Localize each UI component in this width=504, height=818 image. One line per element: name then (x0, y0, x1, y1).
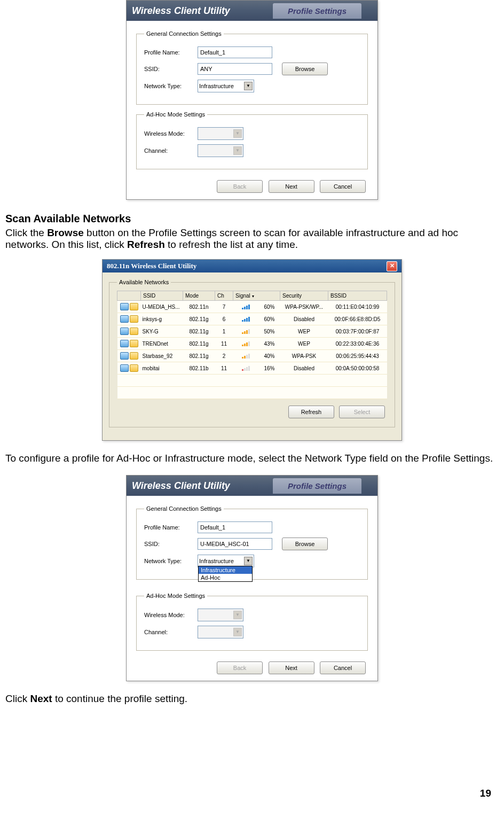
chevron-down-icon: ▼ (233, 146, 242, 155)
general-connection-fieldset: General Connection Settings Profile Name… (136, 30, 368, 105)
col-ch[interactable]: Ch (215, 291, 233, 301)
adhoc-fieldset: Ad-Hoc Mode Settings Wireless Mode: ▼ Ch… (136, 111, 368, 169)
cancel-button[interactable]: Cancel (320, 180, 366, 193)
network-icon (120, 364, 129, 372)
channel-label: Channel: (144, 629, 198, 635)
scan-titlebar: 802.11n Wireless Client Utility ✕ (103, 260, 401, 272)
network-type-label: Network Type: (144, 558, 198, 564)
chevron-down-icon: ▼ (233, 611, 242, 619)
table-row[interactable]: SKY-G 802.11g 1 50% WEP 00:03:7F:00:0F:8… (117, 325, 387, 338)
next-button[interactable]: Next (269, 180, 314, 193)
wireless-mode-select: ▼ (198, 609, 243, 621)
ssid-label: SSID: (144, 66, 198, 72)
table-row[interactable]: U-MEDIA_HS... 802.11n 7 60% WPA-PSK/WP..… (117, 301, 387, 313)
table-row[interactable]: Starbase_92 802.11g 2 40% WPA-PSK 00:06:… (117, 350, 387, 362)
signal-bars-icon (242, 315, 250, 322)
para3-text: Click Next to continue the profile setti… (5, 693, 187, 704)
signal-bars-icon (242, 364, 250, 371)
chevron-down-icon: ▼ (233, 628, 242, 636)
chevron-down-icon: ▼ (244, 557, 253, 565)
lock-icon (130, 303, 138, 310)
network-type-select[interactable]: Infrastructure ▼ (198, 80, 254, 92)
table-row[interactable]: inksys-g 802.11g 6 60% Disabled 00:0F:66… (117, 313, 387, 325)
profile-settings-window-2: Wireless Client Utility Profile Settings… (126, 475, 378, 681)
network-type-label: Network Type: (144, 83, 198, 89)
lock-icon (130, 315, 138, 323)
wireless-mode-label: Wireless Mode: (144, 612, 198, 618)
signal-bars-icon (242, 303, 250, 309)
ssid-label: SSID: (144, 541, 198, 547)
network-type-select-open[interactable]: Infrastructure ▼ Infrastructure Ad-Hoc (198, 555, 254, 567)
section-heading: Scan Available Networks (5, 213, 499, 225)
ssid-input[interactable] (198, 63, 272, 75)
general-connection-fieldset: General Connection Settings Profile Name… (136, 505, 368, 580)
network-icon (120, 340, 129, 347)
network-icon (120, 328, 129, 335)
network-icon (120, 315, 129, 323)
network-icon (120, 303, 129, 310)
select-button: Select (339, 406, 385, 418)
available-networks-fieldset: Available Networks SSID Mode Ch Signal ▾… (109, 279, 395, 427)
browse-button[interactable]: Browse (282, 63, 328, 75)
page-number: 19 (480, 788, 491, 799)
available-networks-window: 802.11n Wireless Client Utility ✕ Availa… (102, 259, 402, 441)
app-header: Wireless Client Utility Profile Settings (127, 1, 377, 21)
profile-name-input[interactable] (198, 521, 272, 533)
col-ssid[interactable]: SSID (141, 291, 183, 301)
network-type-value: Infrastructure (199, 83, 234, 89)
scan-title: 802.11n Wireless Client Utility (107, 262, 196, 270)
adhoc-legend: Ad-Hoc Mode Settings (144, 593, 207, 599)
back-button: Back (217, 661, 263, 674)
tab-profile-settings: Profile Settings (273, 3, 361, 19)
channel-select: ▼ (198, 626, 243, 638)
ssid-input[interactable] (198, 538, 272, 550)
signal-bars-icon (242, 328, 250, 334)
app-title: Wireless Client Utility (127, 5, 230, 17)
adhoc-fieldset: Ad-Hoc Mode Settings Wireless Mode: ▼ Ch… (136, 593, 368, 651)
refresh-button[interactable]: Refresh (288, 406, 334, 418)
close-icon[interactable]: ✕ (387, 261, 397, 271)
general-connection-legend: General Connection Settings (144, 505, 224, 512)
table-row[interactable]: TRENDnet 802.11g 11 43% WEP 00:22:33:00:… (117, 338, 387, 350)
profile-name-input[interactable] (198, 46, 272, 58)
wireless-mode-label: Wireless Mode: (144, 130, 198, 137)
lock-icon (130, 352, 138, 360)
app-title: Wireless Client Utility (127, 480, 230, 492)
network-type-dropdown-list: Infrastructure Ad-Hoc (198, 566, 253, 582)
signal-bars-icon (242, 340, 250, 346)
networks-table: SSID Mode Ch Signal ▾ Security BSSID U-M… (117, 291, 387, 399)
lock-icon (130, 364, 138, 372)
network-type-option-infrastructure[interactable]: Infrastructure (199, 566, 252, 574)
para2-text: To configure a profile for Ad-Hoc or Inf… (5, 453, 493, 464)
adhoc-legend: Ad-Hoc Mode Settings (144, 111, 207, 118)
app-header: Wireless Client Utility Profile Settings (127, 476, 377, 496)
profile-settings-window-1: Wireless Client Utility Profile Settings… (126, 0, 378, 200)
col-security[interactable]: Security (280, 291, 328, 301)
chevron-down-icon: ▼ (233, 129, 242, 138)
lock-icon (130, 328, 138, 335)
available-networks-legend: Available Networks (117, 279, 171, 285)
lock-icon (130, 340, 138, 347)
wireless-mode-select: ▼ (198, 127, 243, 140)
profile-name-label: Profile Name: (144, 49, 198, 56)
table-row[interactable]: mobitai 802.11b 11 16% Disabled 00:0A:50… (117, 362, 387, 375)
chevron-down-icon: ▼ (244, 82, 253, 90)
tab-profile-settings: Profile Settings (273, 478, 361, 494)
network-icon (120, 352, 129, 360)
para1-text: Click the Browse button on the Profile S… (5, 227, 458, 250)
network-type-option-adhoc[interactable]: Ad-Hoc (199, 574, 252, 581)
cancel-button[interactable]: Cancel (320, 661, 366, 674)
col-mode[interactable]: Mode (183, 291, 215, 301)
col-signal[interactable]: Signal ▾ (233, 291, 280, 301)
col-bssid[interactable]: BSSID (328, 291, 387, 301)
network-type-value: Infrastructure (199, 558, 234, 564)
channel-label: Channel: (144, 147, 198, 154)
back-button: Back (217, 180, 263, 193)
next-button[interactable]: Next (269, 661, 314, 674)
general-connection-legend: General Connection Settings (144, 30, 224, 37)
profile-name-label: Profile Name: (144, 524, 198, 531)
channel-select: ▼ (198, 144, 243, 157)
browse-button[interactable]: Browse (282, 537, 328, 550)
signal-bars-icon (242, 352, 250, 359)
